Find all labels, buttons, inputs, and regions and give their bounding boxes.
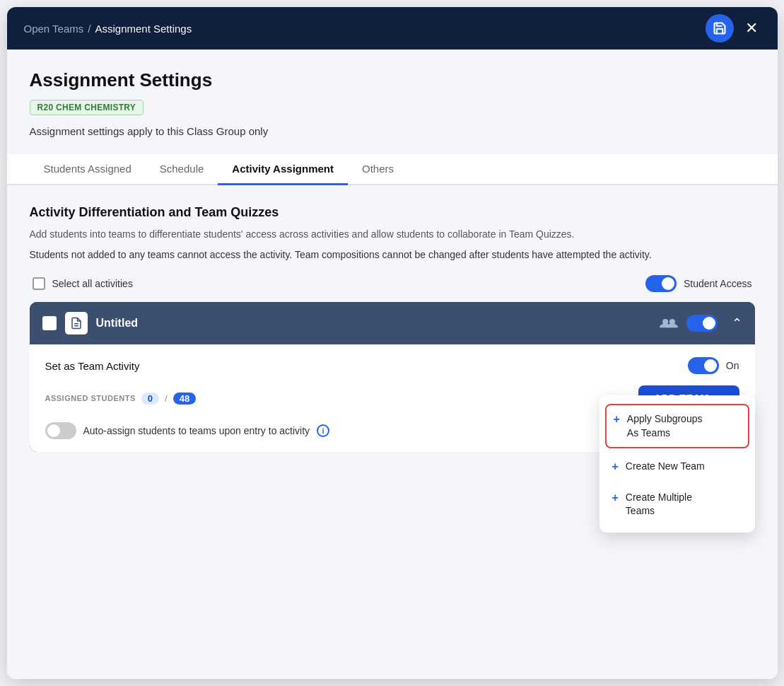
select-all-checkbox[interactable] xyxy=(33,277,45,290)
apply-subgroups-label: Apply SubgroupsAs Teams xyxy=(627,412,703,440)
add-team-dropdown: + Apply SubgroupsAs Teams + Create New T… xyxy=(599,395,755,533)
close-button[interactable]: ✕ xyxy=(742,18,761,39)
save-button[interactable] xyxy=(706,14,734,42)
dropdown-item-create-multiple[interactable]: + Create MultipleTeams xyxy=(599,482,755,527)
team-activity-label: Set as Team Activity xyxy=(45,360,140,372)
student-access-toggle[interactable] xyxy=(645,275,677,292)
assigned-students-label: ASSIGNED STUDENTS xyxy=(45,394,136,402)
tab-activity-assignment[interactable]: Activity Assignment xyxy=(218,154,348,185)
activity-checkbox[interactable] xyxy=(42,316,57,330)
create-multiple-teams-label: Create MultipleTeams xyxy=(626,491,692,518)
select-all-left: Select all activities xyxy=(33,277,133,290)
modal-container: Open Teams / Assignment Settings ✕ Assig… xyxy=(7,7,778,679)
team-activity-row: Set as Team Activity On xyxy=(45,357,739,374)
section-warning: Students not added to any teams cannot a… xyxy=(30,248,755,262)
section-title: Activity Differentiation and Team Quizze… xyxy=(30,205,755,220)
team-activity-right: On xyxy=(688,357,739,374)
select-all-label: Select all activities xyxy=(52,278,133,289)
plus-icon-create: + xyxy=(612,460,619,473)
select-all-row: Select all activities Student Access xyxy=(30,275,755,292)
page-title: Assignment Settings xyxy=(30,69,755,91)
breadcrumb-link[interactable]: Open Teams xyxy=(24,23,84,35)
group-icon xyxy=(660,315,678,332)
tab-students-assigned[interactable]: Students Assigned xyxy=(30,154,146,185)
dropdown-item-create-new-team[interactable]: + Create New Team xyxy=(599,451,755,482)
breadcrumb-separator: / xyxy=(88,23,90,35)
modal-body: Assignment Settings R20 CHEM CHEMISTRY A… xyxy=(7,50,778,679)
student-access-label: Student Access xyxy=(684,278,752,289)
activity-card-header: Untitled ⌃ xyxy=(30,302,755,344)
tabs-bar: Students Assigned Schedule Activity Assi… xyxy=(7,154,778,185)
modal-header: Open Teams / Assignment Settings ✕ xyxy=(7,7,778,50)
activity-toggle[interactable] xyxy=(686,315,718,332)
total-count: 48 xyxy=(173,393,196,405)
student-access-row: Student Access xyxy=(645,275,752,292)
dropdown-item-apply-subgroups[interactable]: + Apply SubgroupsAs Teams xyxy=(605,404,749,448)
team-activity-toggle[interactable] xyxy=(688,357,719,374)
breadcrumb-current: Assignment Settings xyxy=(95,23,192,35)
doc-icon xyxy=(65,312,88,335)
assigned-count: 0 xyxy=(141,393,159,405)
plus-icon-multiple: + xyxy=(612,492,619,504)
on-label: On xyxy=(726,360,739,371)
plus-icon-apply: + xyxy=(614,413,620,426)
breadcrumb: Open Teams / Assignment Settings xyxy=(24,23,192,35)
create-new-team-label: Create New Team xyxy=(626,460,705,474)
tab-others[interactable]: Others xyxy=(348,154,408,185)
section-description: Add students into teams to differentiate… xyxy=(30,227,755,242)
slash-separator: / xyxy=(165,393,168,404)
info-icon[interactable]: i xyxy=(317,424,329,437)
subtitle: Assignment settings apply to this Class … xyxy=(30,125,755,137)
activity-card-wrapper: Untitled ⌃ Set as Te xyxy=(30,302,755,452)
auto-assign-label: Auto-assign students to teams upon entry… xyxy=(83,425,310,436)
class-tag: R20 CHEM CHEMISTRY xyxy=(30,100,144,115)
auto-assign-toggle[interactable] xyxy=(45,422,76,439)
assigned-students-left: ASSIGNED STUDENTS 0 / 48 xyxy=(45,393,197,405)
tab-schedule[interactable]: Schedule xyxy=(146,154,218,185)
activity-name: Untitled xyxy=(96,317,651,330)
header-actions: ✕ xyxy=(706,14,761,42)
collapse-icon[interactable]: ⌃ xyxy=(732,315,742,331)
